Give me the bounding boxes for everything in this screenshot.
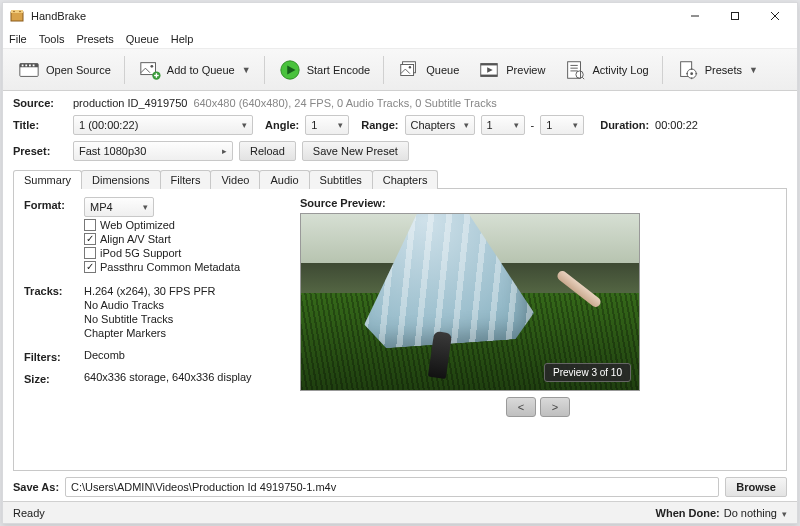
preset-select-value: Fast 1080p30	[79, 145, 146, 157]
image-plus-icon	[138, 58, 162, 82]
ipod-5g-checkbox[interactable]: iPod 5G Support	[84, 247, 284, 259]
align-av-checkbox[interactable]: ✓Align A/V Start	[84, 233, 284, 245]
save-new-preset-button[interactable]: Save New Preset	[302, 141, 409, 161]
film-icon	[17, 58, 41, 82]
source-preview[interactable]: Preview 3 of 10	[300, 213, 640, 391]
window-title: HandBrake	[31, 10, 675, 22]
save-as-input[interactable]: C:\Users\ADMIN\Videos\Production Id 4919…	[65, 477, 719, 497]
preview-prev-button[interactable]: <	[506, 397, 536, 417]
format-label: Format:	[24, 197, 84, 275]
reload-button[interactable]: Reload	[239, 141, 296, 161]
menu-file[interactable]: File	[9, 33, 27, 45]
queue-label: Queue	[426, 64, 459, 76]
status-text: Ready	[13, 507, 45, 519]
save-as-row: Save As: C:\Users\ADMIN\Videos\Productio…	[13, 477, 787, 497]
presets-button[interactable]: Presets ▼	[668, 54, 766, 86]
chevron-down-icon: ▼	[242, 65, 251, 75]
title-row: Title: 1 (00:00:22)▾ Angle: 1▾ Range: Ch…	[13, 115, 787, 135]
tab-summary[interactable]: Summary	[13, 170, 82, 189]
content-area: Source: production ID_4919750 640x480 (6…	[3, 91, 797, 501]
maximize-button[interactable]	[715, 3, 755, 29]
source-label: Source:	[13, 97, 67, 109]
svg-rect-26	[481, 74, 498, 76]
close-button[interactable]	[755, 3, 795, 29]
add-to-queue-label: Add to Queue	[167, 64, 235, 76]
track-item: Chapter Markers	[84, 327, 284, 339]
when-done-label: When Done:	[656, 507, 720, 519]
gear-doc-icon	[676, 58, 700, 82]
minimize-button[interactable]	[675, 3, 715, 29]
activity-log-button[interactable]: Activity Log	[555, 54, 656, 86]
range-label: Range:	[361, 119, 398, 131]
chevron-down-icon: ▾	[782, 509, 787, 519]
tab-audio[interactable]: Audio	[259, 170, 309, 189]
svg-rect-10	[22, 64, 24, 66]
svg-rect-25	[481, 63, 498, 65]
menu-presets[interactable]: Presets	[76, 33, 113, 45]
preview-button[interactable]: Preview	[469, 54, 553, 86]
tab-dimensions[interactable]: Dimensions	[81, 170, 160, 189]
web-optimized-checkbox[interactable]: Web Optimized	[84, 219, 284, 231]
svg-point-3	[19, 11, 21, 13]
range-mode-value: Chapters	[411, 119, 456, 131]
format-select[interactable]: MP4▾	[84, 197, 154, 217]
tracks-label: Tracks:	[24, 283, 84, 341]
passthru-metadata-checkbox[interactable]: ✓Passthru Common Metadata	[84, 261, 284, 273]
toolbar-separator	[662, 56, 663, 84]
add-to-queue-button[interactable]: Add to Queue ▼	[130, 54, 259, 86]
browse-button[interactable]: Browse	[725, 477, 787, 497]
titlebar: HandBrake	[3, 3, 797, 29]
preset-row: Preset: Fast 1080p30▸ Reload Save New Pr…	[13, 141, 787, 161]
preview-nav: < >	[300, 397, 776, 417]
toolbar: Open Source Add to Queue ▼ Start Encode …	[3, 49, 797, 91]
svg-point-23	[409, 66, 411, 68]
svg-line-33	[583, 77, 585, 79]
start-encode-label: Start Encode	[307, 64, 371, 76]
preset-select[interactable]: Fast 1080p30▸	[73, 141, 233, 161]
tab-video[interactable]: Video	[210, 170, 260, 189]
track-item: No Audio Tracks	[84, 299, 284, 311]
menu-tools[interactable]: Tools	[39, 33, 65, 45]
preview-next-button[interactable]: >	[540, 397, 570, 417]
range-to-value: 1	[546, 119, 552, 131]
tabs: Summary Dimensions Filters Video Audio S…	[13, 169, 787, 189]
log-icon	[563, 58, 587, 82]
status-bar: Ready When Done: Do nothing ▾	[3, 501, 797, 523]
range-from-select[interactable]: 1▾	[481, 115, 525, 135]
source-preview-label: Source Preview:	[300, 197, 776, 209]
range-to-select[interactable]: 1▾	[540, 115, 584, 135]
preview-label: Preview	[506, 64, 545, 76]
svg-point-2	[13, 11, 15, 13]
summary-left-column: Format: MP4▾ Web Optimized ✓Align A/V St…	[24, 197, 284, 462]
open-source-button[interactable]: Open Source	[9, 54, 119, 86]
title-select-value: 1 (00:00:22)	[79, 119, 138, 131]
tab-subtitles[interactable]: Subtitles	[309, 170, 373, 189]
queue-button[interactable]: Queue	[389, 54, 467, 86]
angle-select[interactable]: 1▾	[305, 115, 349, 135]
range-mode-select[interactable]: Chapters▾	[405, 115, 475, 135]
title-select[interactable]: 1 (00:00:22)▾	[73, 115, 253, 135]
svg-rect-14	[141, 62, 156, 74]
svg-rect-11	[25, 64, 27, 66]
menu-queue[interactable]: Queue	[126, 33, 159, 45]
summary-panel: Format: MP4▾ Web Optimized ✓Align A/V St…	[13, 189, 787, 471]
range-from-value: 1	[487, 119, 493, 131]
app-icon	[9, 8, 25, 24]
svg-rect-5	[732, 13, 739, 20]
svg-rect-13	[33, 64, 35, 66]
tab-chapters[interactable]: Chapters	[372, 170, 439, 189]
when-done-select[interactable]: Do nothing ▾	[724, 507, 787, 519]
filters-label: Filters:	[24, 349, 84, 363]
film-strip-icon	[477, 58, 501, 82]
svg-rect-1	[11, 10, 23, 13]
start-encode-button[interactable]: Start Encode	[270, 54, 379, 86]
open-source-label: Open Source	[46, 64, 111, 76]
menu-help[interactable]: Help	[171, 33, 194, 45]
duration-label: Duration:	[600, 119, 649, 131]
summary-right-column: Source Preview: Preview 3 of 10 < >	[300, 197, 776, 462]
tab-filters[interactable]: Filters	[160, 170, 212, 189]
preset-label: Preset:	[13, 145, 67, 157]
toolbar-separator	[383, 56, 384, 84]
app-window: HandBrake File Tools Presets Queue Help …	[2, 2, 798, 524]
save-as-label: Save As:	[13, 481, 59, 493]
